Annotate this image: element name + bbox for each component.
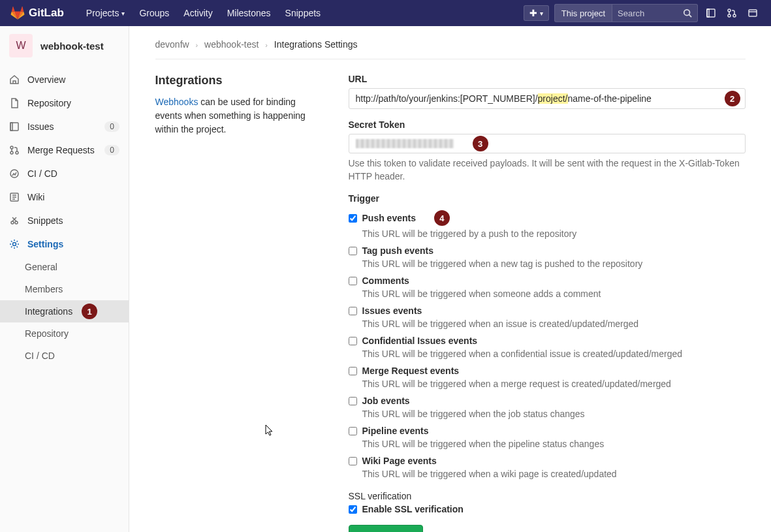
trigger-description: This URL will be triggered when a new ta… bbox=[362, 258, 746, 269]
sidebar-subitem-repository[interactable]: Repository bbox=[0, 322, 129, 345]
trigger-item: Tag push eventsThis URL will be triggere… bbox=[349, 245, 746, 269]
merge-requests-icon[interactable] bbox=[724, 5, 740, 21]
breadcrumb-root[interactable]: devonfw bbox=[155, 39, 189, 50]
sidebar-item-label: Wiki bbox=[27, 192, 44, 202]
chevron-right-icon: › bbox=[265, 41, 268, 49]
home-icon bbox=[9, 74, 20, 85]
trigger-checkbox-job-events[interactable] bbox=[349, 397, 357, 405]
svg-point-10 bbox=[10, 146, 13, 149]
trigger-label: Tag push events bbox=[362, 245, 433, 256]
nav-milestones[interactable]: Milestones bbox=[222, 4, 276, 22]
add-webhook-button[interactable]: Add webhook bbox=[349, 525, 424, 532]
trigger-item: Wiki Page eventsThis URL will be trigger… bbox=[349, 456, 746, 479]
secret-token-input[interactable] bbox=[349, 134, 746, 153]
chevron-down-icon: ▾ bbox=[121, 10, 125, 17]
annotation-4: 4 bbox=[434, 210, 450, 226]
section-title: Integrations bbox=[155, 74, 323, 87]
search-scope[interactable]: This project bbox=[555, 5, 612, 22]
count-badge: 0 bbox=[104, 121, 119, 132]
trigger-checkbox-wiki-page-events[interactable] bbox=[349, 457, 357, 465]
plus-icon: ✚ bbox=[529, 8, 537, 18]
sidebar-subitem-ci-cd[interactable]: CI / CD bbox=[0, 345, 129, 367]
url-highlight: project/ bbox=[538, 93, 568, 104]
count-badge: 0 bbox=[104, 145, 119, 155]
breadcrumb-project[interactable]: webhook-test bbox=[204, 39, 259, 50]
gitlab-logo[interactable]: GitLab bbox=[10, 6, 64, 20]
trigger-description: This URL will be triggered when a merge … bbox=[362, 379, 746, 389]
sidebar-subitem-integrations[interactable]: Integrations1 bbox=[0, 300, 129, 322]
todos-icon[interactable] bbox=[745, 5, 761, 21]
svg-point-16 bbox=[15, 221, 18, 224]
svg-point-0 bbox=[684, 10, 690, 16]
issues-icon[interactable] bbox=[703, 5, 719, 21]
url-label: URL bbox=[349, 74, 746, 84]
redacted-token bbox=[356, 139, 454, 148]
ssl-label: Enable SSL verification bbox=[362, 504, 464, 514]
tanuki-icon bbox=[10, 6, 25, 20]
trigger-checkbox-merge-request-events[interactable] bbox=[349, 367, 357, 375]
sidebar-item-issues[interactable]: Issues0 bbox=[0, 115, 129, 138]
new-button[interactable]: ✚▾ bbox=[524, 5, 549, 21]
trigger-description: This URL will be triggered by a push to … bbox=[362, 228, 746, 239]
trigger-checkbox-issues-events[interactable] bbox=[349, 307, 357, 315]
ssl-checkbox[interactable] bbox=[349, 505, 357, 514]
wiki-icon bbox=[9, 192, 20, 202]
nav-activity[interactable]: Activity bbox=[178, 4, 217, 22]
sidebar-item-snippets[interactable]: Snippets bbox=[0, 209, 129, 232]
trigger-checkbox-tag-push-events[interactable] bbox=[349, 247, 357, 255]
trigger-label: Issues events bbox=[362, 305, 422, 316]
sidebar-item-wiki[interactable]: Wiki bbox=[0, 185, 129, 209]
nav-projects[interactable]: Projects▾ bbox=[81, 4, 131, 22]
sidebar-item-label: Overview bbox=[27, 74, 65, 85]
svg-rect-8 bbox=[10, 123, 18, 131]
sidebar-subitem-general[interactable]: General bbox=[0, 256, 129, 278]
url-input[interactable]: http://path/to/your/jenkins:[PORT_NUMBER… bbox=[349, 88, 746, 109]
trigger-item: Issues eventsThis URL will be triggered … bbox=[349, 305, 746, 329]
svg-point-11 bbox=[10, 151, 13, 154]
breadcrumb: devonfw › webhook-test › Integrations Se… bbox=[155, 37, 746, 59]
trigger-label: Comments bbox=[362, 275, 409, 286]
webhooks-link[interactable]: Webhooks bbox=[155, 97, 198, 107]
sidebar-subitem-members[interactable]: Members bbox=[0, 278, 129, 300]
trigger-description: This URL will be triggered when the job … bbox=[362, 409, 746, 419]
top-navbar: GitLab Projects▾ Groups Activity Milesto… bbox=[0, 0, 771, 26]
search-input[interactable] bbox=[612, 8, 678, 18]
sidebar-item-ci-cd[interactable]: CI / CD bbox=[0, 162, 129, 185]
svg-point-15 bbox=[11, 221, 14, 224]
issues-icon bbox=[9, 121, 20, 132]
sidebar-item-label: Issues bbox=[27, 121, 54, 132]
svg-rect-7 bbox=[749, 10, 757, 16]
sidebar-item-label: CI / CD bbox=[27, 168, 57, 179]
snip-icon bbox=[9, 215, 20, 226]
svg-rect-9 bbox=[10, 123, 12, 131]
trigger-label: Push events bbox=[362, 213, 416, 223]
trigger-checkbox-confidential-issues-events[interactable] bbox=[349, 337, 357, 345]
project-avatar: W bbox=[9, 34, 33, 57]
nav-groups[interactable]: Groups bbox=[134, 4, 174, 22]
trigger-label: Wiki Page events bbox=[362, 456, 437, 466]
sidebar-item-merge-requests[interactable]: Merge Requests0 bbox=[0, 138, 129, 162]
sidebar-item-settings[interactable]: Settings bbox=[0, 232, 129, 256]
annotation-3: 3 bbox=[473, 136, 488, 151]
nav-snippets[interactable]: Snippets bbox=[280, 4, 326, 22]
brand-text: GitLab bbox=[29, 7, 64, 20]
sidebar: W webhook-test OverviewRepositoryIssues0… bbox=[0, 26, 129, 532]
chevron-right-icon: › bbox=[196, 41, 198, 49]
trigger-description: This URL will be triggered when the pipe… bbox=[362, 439, 746, 449]
trigger-checkbox-pipeline-events[interactable] bbox=[349, 427, 357, 435]
sidebar-item-label: Repository bbox=[27, 98, 71, 108]
chevron-down-icon: ▾ bbox=[540, 10, 543, 17]
svg-point-17 bbox=[13, 243, 16, 246]
trigger-label: Confidential Issues events bbox=[362, 336, 478, 346]
annotation-2: 2 bbox=[725, 91, 740, 106]
trigger-item: Pipeline eventsThis URL will be triggere… bbox=[349, 426, 746, 449]
sidebar-item-overview[interactable]: Overview bbox=[0, 68, 129, 91]
trigger-checkbox-push-events[interactable] bbox=[349, 214, 357, 223]
sidebar-item-repository[interactable]: Repository bbox=[0, 91, 129, 115]
trigger-checkbox-comments[interactable] bbox=[349, 277, 357, 285]
trigger-item: Confidential Issues eventsThis URL will … bbox=[349, 336, 746, 359]
token-help-text: Use this token to validate received payl… bbox=[349, 157, 746, 183]
project-header[interactable]: W webhook-test bbox=[0, 26, 129, 68]
search-icon[interactable] bbox=[678, 8, 697, 18]
svg-point-12 bbox=[16, 151, 18, 154]
